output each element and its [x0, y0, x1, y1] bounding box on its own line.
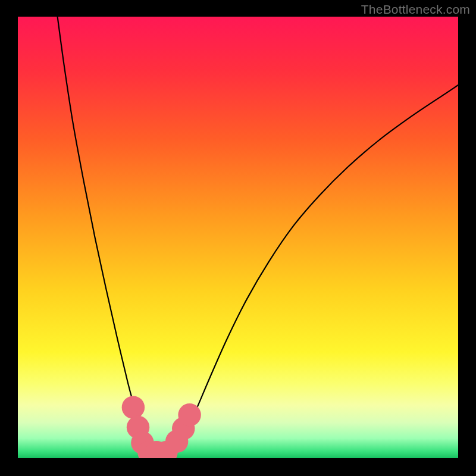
- chart-svg: [18, 17, 458, 458]
- chart-frame: TheBottleneck.com: [0, 0, 476, 476]
- plot-area: [18, 17, 458, 458]
- marker-dot: [122, 396, 145, 418]
- marker-dot: [178, 403, 201, 426]
- watermark-label: TheBottleneck.com: [361, 2, 470, 17]
- gradient-background: [18, 17, 458, 458]
